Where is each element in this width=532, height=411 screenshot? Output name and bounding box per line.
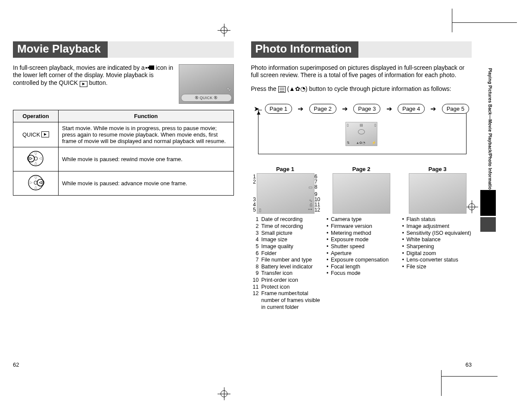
col-function: Function [59,110,234,122]
legend-item: • Flash status [402,216,472,223]
table-row: While movie is paused: rewind movie one … [13,147,234,171]
intro-text-right-2: Press the (▲✿◔) button to cycle through … [251,85,472,93]
svg-marker-4 [34,153,37,155]
svg-marker-10 [39,181,42,184]
movie-icon [146,65,154,71]
arrow-icon: ➤ [254,106,259,112]
legend-item: • Firmware version [327,223,396,230]
heading-band-left: Movie Playback [13,41,234,58]
flow-node-page1: Page 1 [265,104,292,114]
thumb-label-1: Page 1 [251,166,320,172]
svg-marker-9 [30,181,32,184]
section-tab: Playing Pictures Back—Movie Playback/Pho… [485,68,492,193]
legend-item: 4Image size [251,237,321,243]
playback-thumbnail: ∿ ⦿ QUICK ⦿ [179,64,234,104]
flow-node-page2: Page 2 [309,104,336,114]
crop-mark [452,9,452,32]
legend-item: • Exposure compensation [327,257,396,264]
legend-item: 9Transfer icon [251,270,321,277]
icon-flower: ✿ [295,85,300,92]
center-screen-sample: ▯▤▯ ⇅▲✿◔⚡ [345,122,377,146]
arrow-icon: ➔ [386,106,392,112]
thumb-label-3: Page 3 [403,166,472,172]
legend-col-1: 1Date of recording2Time of recording3Sma… [251,216,321,311]
arrow-icon: ➔ [430,106,436,112]
legend-item: • Focal length [327,264,396,271]
menu-icon [278,86,286,93]
legend-item: • File size [402,264,472,271]
play-button-icon: ▶ [41,131,49,137]
table-row: While movie is paused: advance movie one… [13,171,234,195]
legend-col-2: • Camera type• Firmware version• Meterin… [327,216,396,311]
legend-item: • Aperture [327,250,396,257]
thumb-page1: ▭ ∿ ⎙ ⊶ ▯ [257,173,314,214]
heading-band-right: Photo Information [251,41,472,58]
legend-item: 1Date of recording [251,216,321,223]
page-flow-diagram: ➤ Page 1 ➔ Page 2 ➔ Page 3 ➔ Page 4 ➔ Pa… [251,104,472,159]
legend-item: 12Frame number/total number of frames vi… [251,290,321,311]
menu-glyph: ▤ [360,123,363,127]
legend-item: • Camera type [327,216,396,223]
legend-item: • Lens-converter status [402,257,472,264]
thumb-index-gray [480,217,496,232]
crop-mark [442,376,498,377]
legend-item: 5Image quality [251,243,321,250]
op-rewind [13,147,59,171]
table-row: QUICK ▶ Start movie. While movie is in p… [13,122,234,147]
legend-item: • Metering method [327,230,396,237]
quick-bar: ⦿ QUICK ⦿ [181,94,232,102]
legend-item: • Sharpening [402,243,472,250]
fn-rewind: While movie is paused: rewind movie one … [59,147,234,171]
heading-movie-playback: Movie Playback [13,41,108,58]
heading-photo-information: Photo Information [251,41,359,58]
legend-item: 3Small picture [251,230,321,237]
legend-item: 10Print-order icon [251,277,321,284]
col-operation: Operation [13,110,59,122]
registration-mark-top [218,24,230,37]
svg-marker-2 [30,157,32,160]
page-right: Photo Information Photo information supe… [243,41,472,368]
svg-marker-3 [39,157,42,160]
legend-item: 2Time of recording [251,223,321,230]
play-button-icon: ▶ [80,81,87,87]
legend-col-3: • Flash status• Image adjustment• Sensit… [402,216,472,311]
legend: 1Date of recording2Time of recording3Sma… [251,216,472,311]
fn-quick: Start movie. While movie is in progress,… [59,122,234,147]
legend-item: 7File number and type [251,257,321,264]
svg-marker-12 [34,186,37,189]
legend-item: • White balance [402,237,472,243]
legend-item: 8Battery level indicator [251,264,321,271]
transfer-glyph: ∿ [227,86,231,92]
intro-text-left: In full-screen playback, movies are indi… [13,64,174,87]
thumb-label-2: Page 2 [327,166,395,172]
legend-item: • Focus mode [327,270,396,277]
multiselector-left-icon [27,150,44,167]
intro-text-right-1: Photo information superimposed on pictur… [251,64,472,79]
page-number-left: 62 [13,361,19,368]
crop-mark [441,370,442,396]
arrow-icon: ➔ [342,106,348,112]
legend-item: • Image adjustment [402,223,472,230]
flow-node-page5: Page 5 [442,104,469,114]
svg-point-7 [28,175,43,190]
page-number-right: 63 [466,361,472,368]
legend-item: • Shutter speed [327,243,396,250]
crop-mark [452,22,517,23]
thumb-page3 [409,173,467,214]
multiselector-right-icon [27,174,44,191]
registration-mark-bottom [218,387,230,400]
page-thumbnails: Page 1 ▭ ∿ ⎙ ⊶ ▯ 1 2 3 4 5 6 7 [251,166,472,214]
svg-marker-11 [34,177,37,179]
legend-item: • Exposure mode [327,237,396,243]
flow-node-page3: Page 3 [353,104,380,114]
icon-timer: ◔ [300,85,305,92]
svg-marker-5 [34,162,37,165]
thumb-index-black [480,190,496,216]
fn-advance: While movie is paused: advance movie one… [59,171,234,195]
legend-item: 11Protect icon [251,284,321,291]
legend-item: • Digital zoom [402,250,472,257]
arrow-icon: ➔ [298,106,303,112]
icon-people: ▲ [289,85,295,92]
op-quick: QUICK ▶ [13,122,59,147]
svg-point-0 [28,151,43,166]
